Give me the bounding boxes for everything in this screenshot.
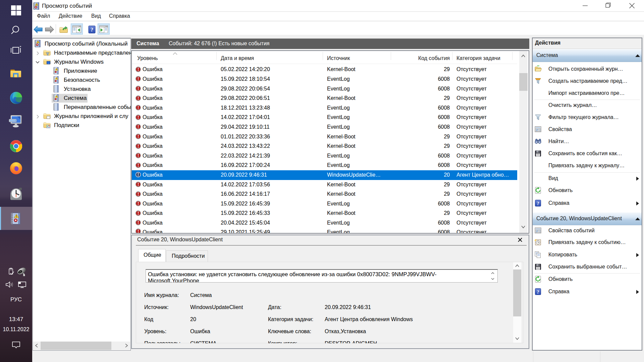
svg-text:?: ?	[91, 26, 94, 33]
svg-text:?: ?	[537, 201, 539, 206]
svg-text:?: ?	[537, 289, 539, 295]
